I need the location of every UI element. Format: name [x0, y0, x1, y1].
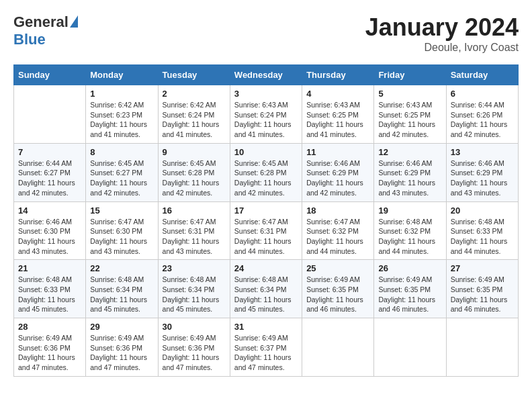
day-number: 20: [451, 205, 514, 216]
day-number: 17: [234, 205, 298, 216]
cell-sun-info: Sunrise: 6:46 AMSunset: 6:29 PMDaylight:…: [378, 158, 441, 198]
calendar-week-row: 21Sunrise: 6:48 AMSunset: 6:33 PMDayligh…: [14, 260, 519, 318]
day-number: 14: [18, 205, 81, 216]
calendar-cell: 7Sunrise: 6:44 AMSunset: 6:27 PMDaylight…: [14, 143, 86, 201]
cell-sun-info: Sunrise: 6:48 AMSunset: 6:33 PMDaylight:…: [18, 275, 81, 314]
cell-sun-info: Sunrise: 6:47 AMSunset: 6:31 PMDaylight:…: [163, 217, 226, 257]
cell-sun-info: Sunrise: 6:45 AMSunset: 6:28 PMDaylight:…: [234, 158, 298, 198]
day-number: 9: [163, 147, 226, 157]
calendar-table: SundayMondayTuesdayWednesdayThursdayFrid…: [13, 64, 519, 377]
calendar-cell: 23Sunrise: 6:48 AMSunset: 6:34 PMDayligh…: [158, 260, 230, 318]
day-number: 2: [163, 89, 226, 99]
cell-sun-info: Sunrise: 6:43 AMSunset: 6:25 PMDaylight:…: [378, 100, 441, 140]
calendar-cell: 19Sunrise: 6:48 AMSunset: 6:32 PMDayligh…: [374, 201, 446, 260]
calendar-cell: 26Sunrise: 6:49 AMSunset: 6:35 PMDayligh…: [374, 260, 446, 318]
cell-sun-info: Sunrise: 6:48 AMSunset: 6:32 PMDaylight:…: [378, 217, 441, 257]
cell-sun-info: Sunrise: 6:49 AMSunset: 6:35 PMDaylight:…: [378, 275, 441, 314]
calendar-week-row: 14Sunrise: 6:46 AMSunset: 6:30 PMDayligh…: [14, 201, 519, 260]
header-saturday: Saturday: [446, 65, 518, 85]
calendar-cell: 3Sunrise: 6:43 AMSunset: 6:24 PMDaylight…: [230, 85, 302, 144]
cell-sun-info: Sunrise: 6:46 AMSunset: 6:30 PMDaylight:…: [18, 217, 81, 257]
day-number: 10: [234, 147, 298, 157]
calendar-cell: 2Sunrise: 6:42 AMSunset: 6:24 PMDaylight…: [158, 85, 230, 144]
calendar-cell: [302, 318, 374, 377]
day-number: 5: [378, 89, 441, 99]
header-tuesday: Tuesday: [158, 65, 230, 85]
day-number: 23: [163, 263, 226, 273]
day-number: 19: [378, 205, 441, 216]
cell-sun-info: Sunrise: 6:48 AMSunset: 6:34 PMDaylight:…: [90, 275, 153, 314]
cell-sun-info: Sunrise: 6:49 AMSunset: 6:37 PMDaylight:…: [234, 333, 298, 373]
calendar-cell: 15Sunrise: 6:47 AMSunset: 6:30 PMDayligh…: [86, 201, 158, 260]
calendar-cell: 5Sunrise: 6:43 AMSunset: 6:25 PMDaylight…: [374, 85, 446, 144]
calendar-location: Deoule, Ivory Coast: [365, 42, 519, 54]
cell-sun-info: Sunrise: 6:46 AMSunset: 6:29 PMDaylight:…: [306, 158, 369, 198]
calendar-week-row: 28Sunrise: 6:49 AMSunset: 6:36 PMDayligh…: [14, 318, 519, 377]
cell-sun-info: Sunrise: 6:49 AMSunset: 6:36 PMDaylight:…: [18, 333, 81, 373]
calendar-cell: 10Sunrise: 6:45 AMSunset: 6:28 PMDayligh…: [230, 143, 302, 201]
cell-sun-info: Sunrise: 6:46 AMSunset: 6:29 PMDaylight:…: [451, 158, 514, 198]
day-number: 22: [90, 263, 153, 273]
calendar-cell: 13Sunrise: 6:46 AMSunset: 6:29 PMDayligh…: [446, 143, 518, 201]
day-number: 8: [90, 147, 153, 157]
cell-sun-info: Sunrise: 6:49 AMSunset: 6:36 PMDaylight:…: [90, 333, 153, 373]
day-number: 3: [234, 89, 298, 99]
day-number: 11: [306, 147, 369, 157]
day-number: 30: [163, 322, 226, 332]
day-number: 31: [234, 322, 298, 332]
calendar-cell: [446, 318, 518, 377]
cell-sun-info: Sunrise: 6:45 AMSunset: 6:27 PMDaylight:…: [90, 158, 153, 198]
calendar-cell: 31Sunrise: 6:49 AMSunset: 6:37 PMDayligh…: [230, 318, 302, 377]
cell-sun-info: Sunrise: 6:48 AMSunset: 6:34 PMDaylight:…: [234, 275, 298, 314]
logo: General Blue: [13, 13, 78, 48]
cell-sun-info: Sunrise: 6:49 AMSunset: 6:36 PMDaylight:…: [163, 333, 226, 373]
calendar-cell: 20Sunrise: 6:48 AMSunset: 6:33 PMDayligh…: [446, 201, 518, 260]
cell-sun-info: Sunrise: 6:49 AMSunset: 6:35 PMDaylight:…: [306, 275, 369, 314]
cell-sun-info: Sunrise: 6:47 AMSunset: 6:30 PMDaylight:…: [90, 217, 153, 257]
day-number: 26: [378, 263, 441, 273]
calendar-cell: 27Sunrise: 6:49 AMSunset: 6:35 PMDayligh…: [446, 260, 518, 318]
cell-sun-info: Sunrise: 6:47 AMSunset: 6:31 PMDaylight:…: [234, 217, 298, 257]
cell-sun-info: Sunrise: 6:47 AMSunset: 6:32 PMDaylight:…: [306, 217, 369, 257]
calendar-header-row: SundayMondayTuesdayWednesdayThursdayFrid…: [14, 65, 519, 85]
day-number: 12: [378, 147, 441, 157]
cell-sun-info: Sunrise: 6:48 AMSunset: 6:33 PMDaylight:…: [451, 217, 514, 257]
calendar-cell: 14Sunrise: 6:46 AMSunset: 6:30 PMDayligh…: [14, 201, 86, 260]
cell-sun-info: Sunrise: 6:48 AMSunset: 6:34 PMDaylight:…: [163, 275, 226, 314]
calendar-cell: 8Sunrise: 6:45 AMSunset: 6:27 PMDaylight…: [86, 143, 158, 201]
day-number: 18: [306, 205, 369, 216]
calendar-cell: 11Sunrise: 6:46 AMSunset: 6:29 PMDayligh…: [302, 143, 374, 201]
calendar-cell: 25Sunrise: 6:49 AMSunset: 6:35 PMDayligh…: [302, 260, 374, 318]
calendar-cell: 22Sunrise: 6:48 AMSunset: 6:34 PMDayligh…: [86, 260, 158, 318]
calendar-cell: 18Sunrise: 6:47 AMSunset: 6:32 PMDayligh…: [302, 201, 374, 260]
calendar-week-row: 7Sunrise: 6:44 AMSunset: 6:27 PMDaylight…: [14, 143, 519, 201]
day-number: 15: [90, 205, 153, 216]
day-number: 16: [163, 205, 226, 216]
cell-sun-info: Sunrise: 6:44 AMSunset: 6:26 PMDaylight:…: [451, 100, 514, 140]
calendar-cell: 21Sunrise: 6:48 AMSunset: 6:33 PMDayligh…: [14, 260, 86, 318]
calendar-cell: 9Sunrise: 6:45 AMSunset: 6:28 PMDaylight…: [158, 143, 230, 201]
cell-sun-info: Sunrise: 6:49 AMSunset: 6:35 PMDaylight:…: [451, 275, 514, 314]
header-wednesday: Wednesday: [230, 65, 302, 85]
title-block: January 2024 Deoule, Ivory Coast: [365, 13, 519, 54]
header-sunday: Sunday: [14, 65, 86, 85]
calendar-week-row: 1Sunrise: 6:42 AMSunset: 6:23 PMDaylight…: [14, 85, 519, 144]
calendar-cell: 4Sunrise: 6:43 AMSunset: 6:25 PMDaylight…: [302, 85, 374, 144]
header-thursday: Thursday: [302, 65, 374, 85]
day-number: 13: [451, 147, 514, 157]
logo-general-text: General: [13, 13, 69, 31]
cell-sun-info: Sunrise: 6:44 AMSunset: 6:27 PMDaylight:…: [18, 158, 81, 198]
day-number: 21: [18, 263, 81, 273]
day-number: 25: [306, 263, 369, 273]
calendar-cell: 1Sunrise: 6:42 AMSunset: 6:23 PMDaylight…: [86, 85, 158, 144]
calendar-cell: 12Sunrise: 6:46 AMSunset: 6:29 PMDayligh…: [374, 143, 446, 201]
calendar-cell: 6Sunrise: 6:44 AMSunset: 6:26 PMDaylight…: [446, 85, 518, 144]
header-friday: Friday: [374, 65, 446, 85]
cell-sun-info: Sunrise: 6:42 AMSunset: 6:24 PMDaylight:…: [163, 100, 226, 140]
day-number: 1: [90, 89, 153, 99]
cell-sun-info: Sunrise: 6:45 AMSunset: 6:28 PMDaylight:…: [163, 158, 226, 198]
logo-blue-text: Blue: [13, 31, 46, 48]
calendar-cell: [14, 85, 86, 144]
day-number: 24: [234, 263, 298, 273]
header-monday: Monday: [86, 65, 158, 85]
